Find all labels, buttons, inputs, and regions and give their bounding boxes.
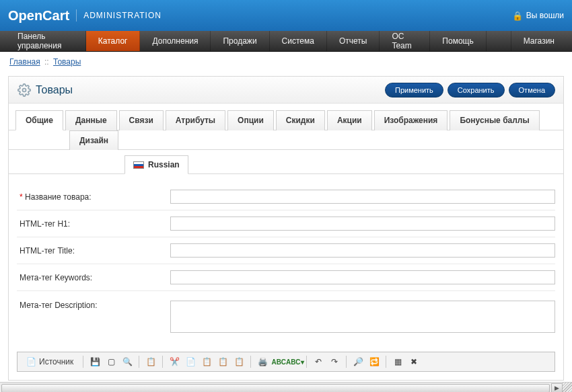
menu-help[interactable]: Помощь: [430, 31, 486, 51]
editor-paste-icon[interactable]: 📋: [200, 355, 213, 368]
brand-section: ADMINISTRATION: [83, 11, 162, 20]
editor-shell: 📄 Источник 💾 ▢ 🔍 📋 ✂️ 📄 📋 📋 📋 🖨️ ABC ABC: [17, 352, 555, 372]
source-icon: 📄: [26, 357, 36, 366]
tab-discounts[interactable]: Скидки: [276, 110, 325, 130]
breadcrumb-current[interactable]: Товары: [53, 57, 81, 67]
breadcrumb-home[interactable]: Главная: [9, 57, 40, 67]
toolbar-sep: [306, 356, 307, 368]
editor-paste-text-icon[interactable]: 📋: [216, 355, 229, 368]
tab-attributes[interactable]: Атрибуты: [166, 110, 225, 130]
editor-cut-icon[interactable]: ✂️: [168, 355, 181, 368]
svg-point-0: [23, 88, 26, 91]
flag-ru-icon: [133, 161, 144, 169]
tab-specials[interactable]: Акции: [327, 110, 372, 130]
editor-find-icon[interactable]: 🔎: [351, 355, 365, 368]
menu-reports[interactable]: Отчеты: [327, 31, 380, 51]
label-meta-desc: Мета-тег Description:: [17, 301, 170, 310]
editor-replace-icon[interactable]: 🔁: [367, 355, 381, 368]
tabs-main-overflow: Дизайн: [9, 130, 563, 150]
toolbar-sep: [250, 356, 251, 368]
tab-data[interactable]: Данные: [65, 110, 117, 130]
menu-sales[interactable]: Продажи: [211, 31, 269, 51]
lock-icon: 🔒: [512, 11, 523, 21]
lang-tab-label: Russian: [148, 160, 180, 169]
menu-octeam[interactable]: OC Team: [380, 31, 430, 51]
brand-logo: OpenCart ADMINISTRATION: [8, 8, 162, 24]
input-name[interactable]: [170, 190, 555, 204]
input-h1[interactable]: [170, 217, 555, 231]
breadcrumb-sep: ::: [44, 57, 49, 67]
editor-selectall-icon[interactable]: ▦: [391, 355, 404, 368]
editor-newpage-icon[interactable]: ▢: [104, 355, 118, 368]
save-button[interactable]: Сохранить: [448, 83, 505, 97]
input-meta-kw[interactable]: [170, 270, 555, 284]
lang-tabs: Russian: [9, 150, 563, 174]
label-meta-kw: Мета-тег Keywords:: [17, 273, 170, 282]
scrollbar-thumb[interactable]: [1, 384, 550, 393]
tab-design[interactable]: Дизайн: [69, 130, 118, 150]
page-title: Товары: [36, 84, 73, 96]
editor-preview-icon[interactable]: 🔍: [120, 355, 134, 368]
toolbar-sep: [346, 356, 347, 368]
required-mark: *: [20, 192, 25, 202]
row-name: * Название товара:: [17, 184, 555, 210]
breadcrumb: Главная :: Товары: [0, 52, 572, 72]
tab-general[interactable]: Общие: [15, 110, 63, 130]
login-status-text: Вы вошли: [526, 11, 564, 20]
label-name: * Название товара:: [17, 192, 170, 202]
editor-scayt-icon[interactable]: ABC▾: [288, 355, 301, 368]
editor-save-icon[interactable]: 💾: [88, 355, 102, 368]
brand-text: OpenCart: [8, 8, 69, 24]
description-editor: 📄 Источник 💾 ▢ 🔍 📋 ✂️ 📄 📋 📋 📋 🖨️ ABC ABC: [17, 348, 555, 372]
row-title: HTML-тег Title:: [17, 237, 555, 264]
top-header: OpenCart ADMINISTRATION 🔒 Вы вошли: [0, 0, 572, 31]
editor-paste-word-icon[interactable]: 📋: [232, 355, 246, 368]
editor-removeformat-icon[interactable]: ✖: [407, 355, 421, 368]
editor-redo-icon[interactable]: ↷: [328, 355, 341, 368]
input-title[interactable]: [170, 243, 555, 258]
editor-spellcheck-icon[interactable]: ABC: [272, 355, 285, 368]
editor-toolbar: 📄 Источник 💾 ▢ 🔍 📋 ✂️ 📄 📋 📋 📋 🖨️ ABC ABC: [17, 352, 555, 371]
scrollbar-track[interactable]: [0, 383, 551, 393]
menu-store[interactable]: Магазин: [511, 31, 567, 51]
resize-grip-icon[interactable]: [563, 383, 572, 393]
menu-catalog[interactable]: Каталог: [86, 31, 141, 51]
tabs-main: Общие Данные Связи Атрибуты Опции Скидки…: [9, 104, 563, 130]
tab-links[interactable]: Связи: [119, 110, 164, 130]
tab-images[interactable]: Изображения: [374, 110, 448, 130]
scrollbar-right-button[interactable]: ▶: [551, 383, 563, 393]
toolbar-sep: [162, 356, 163, 368]
page-header: Товары Применить Сохранить Отмена: [9, 77, 563, 104]
row-h1: HTML-тег H1:: [17, 210, 555, 237]
toolbar-sep: [386, 356, 386, 368]
menu-dashboard[interactable]: Панель управления: [5, 31, 86, 51]
input-meta-desc[interactable]: [170, 301, 555, 333]
main-menu: Панель управления Каталог Дополнения Про…: [0, 31, 572, 52]
toolbar-sep: [139, 356, 139, 368]
gear-icon: [17, 83, 32, 97]
editor-print-icon[interactable]: 🖨️: [256, 355, 269, 368]
tab-options[interactable]: Опции: [227, 110, 274, 130]
row-meta-desc: Мета-тег Description:: [17, 291, 555, 342]
horizontal-scrollbar[interactable]: ▶: [0, 382, 572, 392]
lang-tab-russian[interactable]: Russian: [124, 155, 188, 174]
cancel-button[interactable]: Отмена: [509, 83, 555, 97]
editor-source-button[interactable]: 📄 Источник: [22, 355, 78, 368]
menu-extensions[interactable]: Дополнения: [140, 31, 211, 51]
page-box: Товары Применить Сохранить Отмена Общие …: [8, 76, 564, 381]
toolbar-sep: [83, 356, 83, 368]
tab-reward[interactable]: Бонусные баллы: [450, 110, 539, 130]
menu-system[interactable]: Система: [270, 31, 327, 51]
login-status: 🔒 Вы вошли: [512, 11, 564, 21]
row-meta-kw: Мета-тег Keywords:: [17, 264, 555, 291]
editor-copy-icon[interactable]: 📄: [184, 355, 197, 368]
label-h1: HTML-тег H1:: [17, 219, 170, 229]
label-title: HTML-тег Title:: [17, 246, 170, 256]
editor-templates-icon[interactable]: 📋: [144, 355, 157, 368]
brand-divider: [76, 9, 77, 22]
apply-button[interactable]: Применить: [385, 83, 443, 97]
form-general: * Название товара: HTML-тег H1: HTML-тег…: [9, 174, 563, 348]
editor-undo-icon[interactable]: ↶: [312, 355, 325, 368]
